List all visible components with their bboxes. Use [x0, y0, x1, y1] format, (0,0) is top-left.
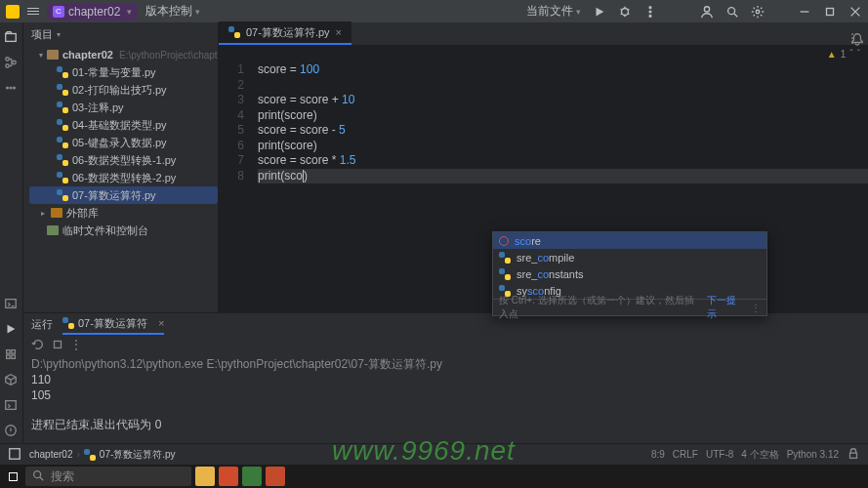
run-tab-close-icon[interactable]: × [158, 317, 164, 329]
file-item[interactable]: 03-注释.py [29, 99, 218, 116]
svg-rect-25 [55, 342, 62, 348]
python-file-icon [57, 154, 68, 166]
editor-tab-active[interactable]: 07-算数运算符.py × [219, 21, 351, 45]
search-icon[interactable] [725, 5, 739, 19]
services-icon[interactable] [4, 347, 20, 363]
popup-menu-icon[interactable]: ⋮ [751, 303, 761, 313]
more-icon[interactable] [643, 5, 657, 19]
readonly-icon[interactable] [847, 447, 860, 463]
file-item-active[interactable]: 07-算数运算符.py [29, 186, 218, 204]
file-item[interactable]: 05-键盘录入数据.py [29, 134, 218, 151]
completion-item[interactable]: sre_compile [493, 249, 766, 265]
more-tools-icon[interactable] [4, 81, 20, 97]
project-root[interactable]: ▾ chapter02 E:\pythonProject\chapter02 [29, 46, 218, 63]
structure-tool-icon[interactable] [4, 56, 20, 71]
account-icon[interactable] [700, 5, 714, 19]
taskbar-app-icon[interactable] [242, 467, 262, 486]
project-selector[interactable]: C chapter02 [47, 3, 138, 20]
tab-close-icon[interactable]: × [336, 26, 342, 38]
warning-icon: ▲ [827, 49, 837, 60]
start-button[interactable] [0, 465, 25, 488]
scratches[interactable]: 临时文件和控制台 [29, 222, 218, 239]
inspection-bar[interactable]: ▲ 1 ˆ ˇ [219, 46, 868, 62]
problems-icon[interactable] [4, 424, 20, 439]
warning-count: 1 [841, 49, 847, 60]
svg-rect-7 [827, 8, 834, 15]
svg-rect-16 [6, 350, 10, 354]
file-encoding[interactable]: UTF-8 [706, 449, 733, 460]
external-libs[interactable]: ▸外部库 [29, 204, 218, 222]
project-panel-header[interactable]: 项目 ▾ [23, 22, 218, 46]
vcs-menu[interactable]: 版本控制 [145, 3, 200, 20]
taskbar-app-icon[interactable] [266, 467, 285, 486]
tool-window-icon[interactable] [8, 447, 21, 463]
file-item[interactable]: 01-常量与变量.py [29, 63, 218, 81]
scratch-icon [47, 225, 59, 235]
python-file-icon [499, 252, 511, 264]
file-item[interactable]: 04-基础数据类型.py [29, 116, 218, 134]
python-packages-icon[interactable] [4, 373, 20, 388]
svg-point-10 [5, 64, 9, 68]
svg-point-1 [649, 6, 651, 8]
library-icon [51, 208, 62, 218]
close-icon[interactable] [848, 5, 862, 19]
svg-point-11 [12, 61, 16, 64]
main-menu-icon[interactable] [27, 8, 39, 15]
line-separator[interactable]: CRLF [673, 449, 698, 460]
taskbar-search[interactable]: 搜索 [25, 467, 191, 486]
variable-icon [499, 236, 509, 246]
python-file-icon [57, 137, 68, 148]
settings-icon[interactable] [751, 5, 765, 19]
run-tab-active[interactable]: 07-算数运算符 × [62, 313, 164, 335]
svg-point-28 [34, 470, 41, 477]
next-tip-link[interactable]: 下一提示 [707, 294, 743, 321]
console-output[interactable]: D:\python\python3.12\python.exe E:\pytho… [23, 352, 868, 443]
svg-point-9 [5, 58, 9, 61]
windows-taskbar: 搜索 [0, 465, 868, 488]
svg-point-3 [649, 15, 651, 17]
console-line: 110 [31, 372, 860, 387]
file-item[interactable]: 06-数据类型转换-2.py [29, 169, 218, 186]
run-config-selector[interactable]: 当前文件 [526, 3, 581, 20]
svg-rect-18 [6, 355, 10, 359]
breadcrumb[interactable]: chapter02› 07-算数运算符.py [29, 448, 176, 462]
console-line: 进程已结束,退出代码为 0 [31, 417, 860, 432]
run-toolbar: ⋮ [23, 335, 868, 352]
folder-icon [47, 50, 59, 60]
python-file-icon [84, 449, 96, 461]
left-toolbar [0, 22, 23, 465]
indent-setting[interactable]: 4 个空格 [741, 448, 778, 462]
rerun-icon[interactable] [31, 338, 43, 349]
svg-rect-19 [11, 355, 15, 359]
stop-icon[interactable] [51, 338, 62, 349]
restore-icon[interactable] [823, 5, 837, 19]
minimize-icon[interactable] [798, 5, 811, 19]
notifications-icon[interactable] [850, 32, 864, 49]
run-icon[interactable] [593, 5, 606, 19]
taskbar-app-icon[interactable] [195, 467, 215, 486]
interpreter[interactable]: Python 3.12 [787, 449, 839, 460]
python-file-icon [57, 102, 68, 113]
python-console-icon[interactable] [4, 297, 20, 312]
run-more-icon[interactable]: ⋮ [70, 338, 82, 349]
project-header-label: 项目 [31, 27, 53, 42]
run-tool-icon[interactable] [4, 322, 20, 338]
autocomplete-popup[interactable]: score sre_compile sre_constants sysconfi… [492, 231, 767, 316]
project-tool-icon[interactable] [4, 30, 20, 46]
debug-icon[interactable] [618, 5, 632, 19]
terminal-icon[interactable] [4, 398, 20, 414]
completion-item[interactable]: sre_constants [493, 265, 766, 282]
console-line: 105 [31, 387, 860, 403]
search-placeholder: 搜索 [51, 468, 74, 485]
svg-rect-15 [5, 300, 16, 308]
file-item[interactable]: 06-数据类型转换-1.py [29, 151, 218, 169]
caret-position[interactable]: 8:9 [651, 449, 665, 460]
completion-footer: 按 Ctrl+. 选择所选（或第一个）建议，然后插入点 下一提示⋮ [493, 299, 766, 315]
python-file-icon [57, 189, 68, 201]
app-logo-icon [6, 5, 20, 19]
file-item[interactable]: 02-打印输出技巧.py [29, 81, 218, 99]
completion-item[interactable]: score [493, 232, 766, 249]
python-file-icon [57, 66, 68, 78]
taskbar-app-icon[interactable] [219, 467, 238, 486]
svg-rect-20 [5, 401, 16, 410]
